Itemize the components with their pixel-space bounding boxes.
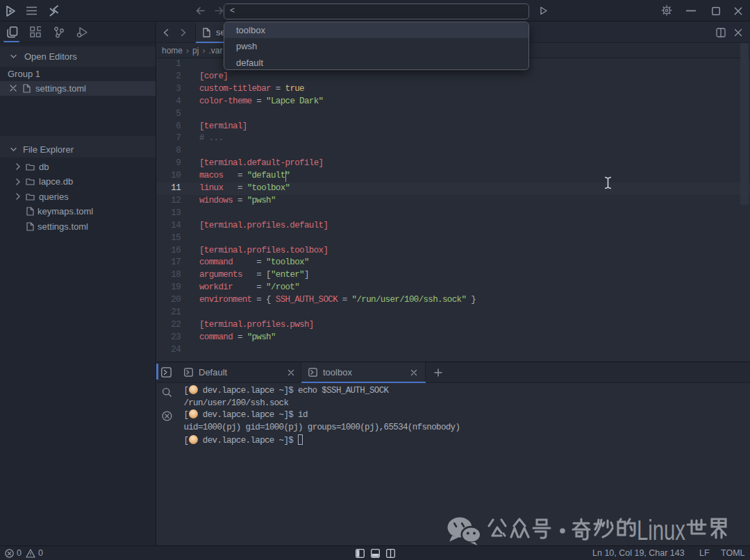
svg-text:Linux: Linux [637,515,685,545]
